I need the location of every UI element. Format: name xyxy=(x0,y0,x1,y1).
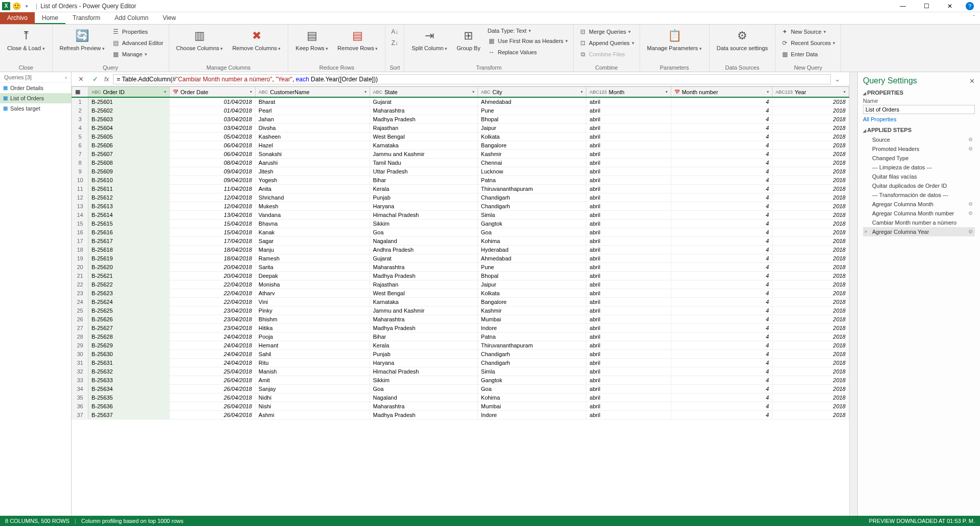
cell[interactable]: 18/04/2018 xyxy=(170,254,256,263)
cell[interactable]: Himachal Pradesh xyxy=(370,211,477,220)
cell[interactable]: 2018 xyxy=(772,246,849,254)
cell[interactable]: B-25607 xyxy=(88,150,170,159)
cell[interactable]: 2018 xyxy=(772,193,849,202)
cell[interactable]: 01/04/2018 xyxy=(170,97,256,106)
cell[interactable]: Gangtok xyxy=(477,220,586,228)
cell[interactable]: Jaipur xyxy=(477,124,586,133)
cell[interactable]: Kerala xyxy=(370,341,477,350)
row-number[interactable]: 16 xyxy=(72,228,88,237)
cell[interactable]: 2018 xyxy=(772,315,849,324)
cell[interactable]: B-25621 xyxy=(88,272,170,280)
applied-step[interactable]: Cambiar Month number a número xyxy=(863,218,975,227)
cell[interactable]: 2018 xyxy=(772,185,849,193)
cell[interactable]: 4 xyxy=(671,106,772,115)
formula-accept-button[interactable]: ✓ xyxy=(90,75,100,83)
cell[interactable]: B-25601 xyxy=(88,97,170,106)
cell[interactable]: abril xyxy=(586,150,671,159)
cell[interactable]: Kohima xyxy=(477,393,586,402)
table-row[interactable]: 2B-2560201/04/2018PearlMaharashtraPuneab… xyxy=(72,106,849,115)
cell[interactable]: 4 xyxy=(671,133,772,141)
cell[interactable]: abril xyxy=(586,254,671,263)
cell[interactable]: abril xyxy=(586,341,671,350)
table-row[interactable]: 36B-2563626/04/2018NishiMaharashtraMumba… xyxy=(72,402,849,411)
tab-transform[interactable]: Transform xyxy=(65,12,107,24)
cell[interactable]: B-25625 xyxy=(88,306,170,315)
replace-values-button[interactable]: ↔Replace Values xyxy=(487,47,569,57)
cell[interactable]: B-25636 xyxy=(88,402,170,411)
table-row[interactable]: 33B-2563326/04/2018AmitSikkimGangtokabri… xyxy=(72,376,849,385)
row-number[interactable]: 24 xyxy=(72,298,88,306)
row-number[interactable]: 8 xyxy=(72,159,88,167)
cell[interactable]: B-25610 xyxy=(88,176,170,185)
table-row[interactable]: 20B-2562020/04/2018SaritaMaharashtraPune… xyxy=(72,263,849,272)
table-corner[interactable]: ▦ xyxy=(72,87,88,98)
column-header[interactable]: ABCOrder ID▾ xyxy=(88,87,170,98)
cell[interactable]: Maharashtra xyxy=(370,106,477,115)
cell[interactable]: 2018 xyxy=(772,289,849,298)
cell[interactable]: Maharashtra xyxy=(370,263,477,272)
cell[interactable]: Patna xyxy=(477,333,586,341)
cell[interactable]: Rajasthan xyxy=(370,280,477,289)
cell[interactable]: Deepak xyxy=(255,272,370,280)
cell[interactable]: Kerala xyxy=(370,185,477,193)
cell[interactable]: 23/04/2018 xyxy=(170,306,256,315)
cell[interactable]: 4 xyxy=(671,202,772,211)
cell[interactable]: abril xyxy=(586,280,671,289)
formula-expand-button[interactable]: ⌄ xyxy=(835,76,845,83)
cell[interactable]: 09/04/2018 xyxy=(170,176,256,185)
append-queries-button[interactable]: ⊡Append Queries xyxy=(578,38,635,48)
sort-asc-button[interactable]: A↓ xyxy=(390,27,400,37)
cell[interactable]: B-25606 xyxy=(88,141,170,150)
cell[interactable]: 4 xyxy=(671,246,772,254)
cell[interactable]: Manju xyxy=(255,246,370,254)
row-number[interactable]: 12 xyxy=(72,193,88,202)
cell[interactable]: B-25617 xyxy=(88,237,170,246)
cell[interactable]: Goa xyxy=(370,385,477,393)
cell[interactable]: abril xyxy=(586,141,671,150)
column-filter-button[interactable]: ▾ xyxy=(581,90,583,94)
cell[interactable]: Chandigarh xyxy=(477,350,586,359)
cell[interactable]: abril xyxy=(586,185,671,193)
cell[interactable]: Gujarat xyxy=(370,254,477,263)
cell[interactable]: Maharashtra xyxy=(370,315,477,324)
cell[interactable]: 26/04/2018 xyxy=(170,376,256,385)
table-row[interactable]: 17B-2561717/04/2018SagarNagalandKohimaab… xyxy=(72,237,849,246)
cell[interactable]: 2018 xyxy=(772,350,849,359)
cell[interactable]: B-25604 xyxy=(88,124,170,133)
cell[interactable]: 4 xyxy=(671,263,772,272)
cell[interactable]: Ritu xyxy=(255,359,370,367)
cell[interactable]: 2018 xyxy=(772,280,849,289)
cell[interactable]: Hazel xyxy=(255,141,370,150)
cell[interactable]: Sahil xyxy=(255,350,370,359)
cell[interactable]: Hitika xyxy=(255,324,370,333)
cell[interactable]: 4 xyxy=(671,306,772,315)
cell[interactable]: abril xyxy=(586,359,671,367)
cell[interactable]: B-25605 xyxy=(88,133,170,141)
cell[interactable]: Kolkata xyxy=(477,133,586,141)
cell[interactable]: abril xyxy=(586,306,671,315)
cell[interactable]: Sonakshi xyxy=(255,150,370,159)
cell[interactable]: 12/04/2018 xyxy=(170,202,256,211)
cell[interactable]: B-25615 xyxy=(88,220,170,228)
cell[interactable]: 15/04/2018 xyxy=(170,228,256,237)
cell[interactable]: abril xyxy=(586,133,671,141)
cell[interactable]: Nagaland xyxy=(370,237,477,246)
cell[interactable]: 2018 xyxy=(772,167,849,176)
manage-button[interactable]: ▦Manage xyxy=(111,49,165,59)
cell[interactable]: B-25613 xyxy=(88,202,170,211)
cell[interactable]: B-25609 xyxy=(88,167,170,176)
table-row[interactable]: 35B-2563526/04/2018NidhiNagalandKohimaab… xyxy=(72,393,849,402)
cell[interactable]: 4 xyxy=(671,280,772,289)
cell[interactable]: Goa xyxy=(477,228,586,237)
query-item[interactable]: Sales target xyxy=(0,103,71,114)
cell[interactable]: B-25611 xyxy=(88,185,170,193)
cell[interactable]: West Bengal xyxy=(370,289,477,298)
split-column-button[interactable]: ⇥Split Column xyxy=(408,27,450,53)
help-icon[interactable]: ? xyxy=(966,2,974,10)
cell[interactable]: abril xyxy=(586,263,671,272)
cell[interactable]: Ahmedabad xyxy=(477,254,586,263)
cell[interactable]: Pooja xyxy=(255,333,370,341)
tab-add-column[interactable]: Add Column xyxy=(107,12,155,24)
cell[interactable]: 09/04/2018 xyxy=(170,167,256,176)
cell[interactable]: 2018 xyxy=(772,141,849,150)
